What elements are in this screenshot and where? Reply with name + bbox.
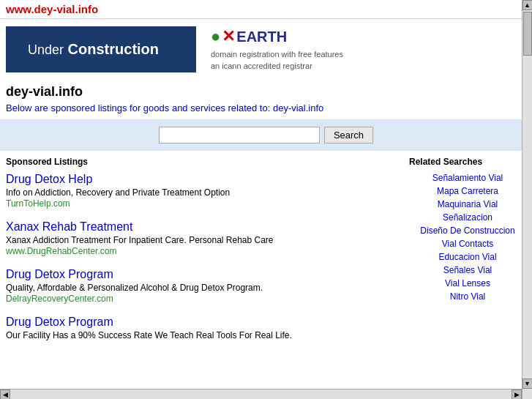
site-title: dey-vial.info bbox=[0, 80, 532, 101]
dotearth-box: ● ✕ EARTH domain registration with free … bbox=[211, 27, 343, 72]
main-content: Sponsored Listings Drug Detox Help Info … bbox=[0, 154, 532, 355]
listing-link[interactable]: Drug Detox Program bbox=[6, 316, 113, 328]
tagline-line1: domain registration with free features bbox=[211, 49, 343, 60]
search-input[interactable] bbox=[159, 127, 320, 143]
x-icon: ✕ bbox=[222, 27, 235, 46]
related-search-link[interactable]: Vial Lenses bbox=[409, 278, 526, 288]
listing-desc: Info on Addiction, Recovery and Private … bbox=[6, 187, 397, 198]
sponsored-listings-heading: Sponsored Listings bbox=[6, 157, 397, 167]
related-search-link[interactable]: Mapa Carretera bbox=[409, 186, 526, 196]
domain-link[interactable]: www.dey-vial.info bbox=[6, 3, 98, 15]
search-bar: Search bbox=[0, 119, 532, 151]
listing-item: Xanax Rehab Treatment Xanax Addiction Tr… bbox=[6, 220, 397, 256]
related-search-link[interactable]: Diseño De Construccion bbox=[409, 225, 526, 236]
scroll-up-arrow[interactable]: ▲ bbox=[522, 0, 533, 10]
related-searches: Related Searches Señalamiento VialMapa C… bbox=[409, 157, 526, 352]
banner-area: Under Construction ● ✕ EARTH domain regi… bbox=[0, 19, 532, 80]
listing-desc: Quality, Affordable & Personalized Alcoh… bbox=[6, 283, 397, 293]
listing-link[interactable]: Drug Detox Help bbox=[6, 173, 92, 185]
tagline-line2: an icann accredited registrar bbox=[211, 61, 343, 72]
related-search-link[interactable]: Nitro Vial bbox=[409, 291, 526, 302]
dot-icon: ● bbox=[211, 27, 220, 46]
listing-url[interactable]: www.DrugRehabCenter.com bbox=[6, 246, 397, 256]
listing-link[interactable]: Drug Detox Program bbox=[6, 268, 113, 280]
sponsored-notice: Below are sponsored listings for goods a… bbox=[0, 101, 532, 119]
related-search-link[interactable]: Señalizacion bbox=[409, 212, 526, 223]
listing-link[interactable]: Xanax Rehab Treatment bbox=[6, 220, 132, 233]
listing-url[interactable]: TurnToHelp.com bbox=[6, 198, 397, 209]
dotearth-logo: ● ✕ EARTH bbox=[211, 27, 343, 46]
listing-item: Drug Detox Program Quality, Affordable &… bbox=[6, 268, 397, 304]
listing-item: Drug Detox Program Our Facility Has a 90… bbox=[6, 316, 397, 340]
related-search-link[interactable]: Maquinaria Vial bbox=[409, 199, 526, 209]
listing-url[interactable]: DelrayRecoveryCenter.com bbox=[6, 294, 397, 304]
related-searches-heading: Related Searches bbox=[409, 157, 526, 167]
earth-text: EARTH bbox=[236, 29, 287, 45]
under-label: Under bbox=[28, 42, 64, 57]
related-search-link[interactable]: Señales Vial bbox=[409, 265, 526, 275]
related-search-link[interactable]: Educacion Vial bbox=[409, 252, 526, 262]
top-bar: www.dey-vial.info bbox=[0, 0, 532, 19]
scrollbar-right: ▲ ▼ bbox=[522, 0, 532, 355]
related-links-container: Señalamiento VialMapa CarreteraMaquinari… bbox=[409, 173, 526, 302]
construction-label: Construction bbox=[68, 41, 159, 57]
listing-desc: Xanax Addiction Treatment For Inpatient … bbox=[6, 235, 397, 245]
dotearth-tagline: domain registration with free features a… bbox=[211, 49, 343, 72]
listing-desc: Our Facility Has a 90% Success Rate We T… bbox=[6, 330, 397, 340]
construction-box: Under Construction bbox=[6, 26, 196, 72]
scroll-thumb[interactable] bbox=[523, 12, 532, 56]
related-search-link[interactable]: Señalamiento Vial bbox=[409, 173, 526, 183]
sponsored-listings: Sponsored Listings Drug Detox Help Info … bbox=[6, 157, 409, 352]
search-button[interactable]: Search bbox=[324, 127, 373, 143]
related-search-link[interactable]: Vial Contacts bbox=[409, 239, 526, 249]
listing-item: Drug Detox Help Info on Addiction, Recov… bbox=[6, 173, 397, 209]
